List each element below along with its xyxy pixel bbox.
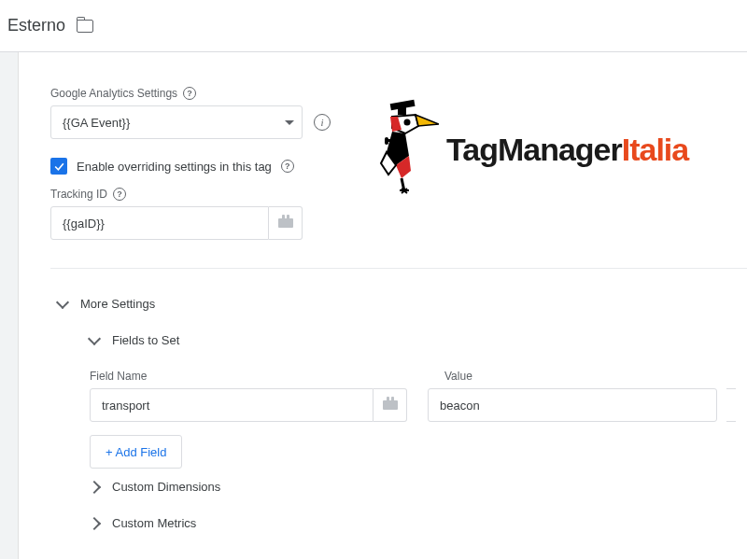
custom-dimensions-expander[interactable]: Custom Dimensions — [90, 469, 747, 505]
tracking-id-input[interactable] — [50, 206, 269, 240]
custom-dimensions-label: Custom Dimensions — [112, 480, 220, 494]
brand-logo-text: TagManagerItalia — [446, 132, 688, 168]
fields-to-set-expander[interactable]: Fields to Set — [90, 322, 747, 358]
override-label: Enable overriding settings in this tag — [77, 160, 272, 174]
folder-icon[interactable] — [77, 20, 93, 33]
svg-rect-4 — [385, 137, 388, 145]
fields-to-set-label: Fields to Set — [112, 333, 179, 347]
chevron-down-icon — [88, 332, 101, 345]
value-column-header: Value — [444, 370, 472, 383]
svg-point-2 — [404, 119, 411, 126]
topbar: Esterno — [0, 0, 747, 52]
brand-logo: TagManagerItalia — [364, 98, 688, 201]
override-checkbox[interactable] — [50, 158, 67, 175]
custom-metrics-expander[interactable]: Custom Metrics — [90, 505, 747, 541]
brand-logo-main: TagManager — [446, 132, 622, 167]
svg-rect-3 — [388, 139, 402, 142]
left-rail — [0, 52, 19, 559]
chevron-right-icon — [88, 516, 101, 529]
more-settings-label: More Settings — [80, 297, 155, 311]
ga-settings-selected-value: {{GA Event}} — [63, 116, 130, 130]
ga-settings-select[interactable]: {{GA Event}} — [50, 105, 303, 139]
variable-picker-button[interactable] — [374, 388, 407, 422]
page-title: Esterno — [7, 16, 65, 35]
brick-icon — [383, 400, 398, 410]
variable-picker-button[interactable] — [726, 388, 736, 422]
chevron-down-icon — [285, 120, 294, 125]
help-icon[interactable]: ? — [281, 160, 294, 173]
info-icon[interactable]: i — [314, 114, 331, 131]
field-name-column-header: Field Name — [90, 370, 444, 383]
more-settings-expander[interactable]: More Settings — [58, 286, 747, 322]
checkmark-icon — [53, 161, 65, 173]
chevron-right-icon — [88, 480, 101, 493]
svg-rect-1 — [398, 105, 406, 115]
tracking-id-label-text: Tracking ID — [50, 188, 107, 201]
help-icon[interactable]: ? — [183, 87, 196, 100]
help-icon[interactable]: ? — [113, 188, 126, 201]
chevron-down-icon — [56, 296, 69, 309]
custom-metrics-label: Custom Metrics — [112, 516, 196, 530]
field-value-input[interactable] — [428, 388, 717, 422]
divider — [50, 268, 747, 269]
variable-picker-button[interactable] — [269, 206, 303, 240]
add-field-button[interactable]: + Add Field — [90, 435, 182, 469]
brand-logo-accent: Italia — [622, 132, 688, 167]
woodpecker-icon — [364, 98, 439, 201]
fields-row — [90, 388, 747, 422]
field-name-input[interactable] — [90, 388, 374, 422]
ga-settings-label-text: Google Analytics Settings — [50, 87, 177, 100]
brick-icon — [278, 218, 293, 228]
